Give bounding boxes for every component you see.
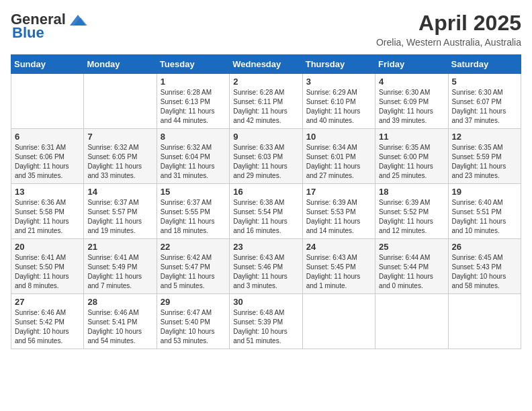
calendar-table: SundayMondayTuesdayWednesdayThursdayFrid… [11, 54, 521, 349]
day-info: Sunrise: 6:29 AMSunset: 6:10 PMDaylight:… [306, 88, 371, 126]
day-info: Sunrise: 6:32 AMSunset: 6:05 PMDaylight:… [87, 143, 152, 181]
day-info: Sunrise: 6:32 AMSunset: 6:04 PMDaylight:… [161, 143, 226, 181]
day-number: 11 [379, 132, 444, 142]
day-info: Sunrise: 6:35 AMSunset: 5:59 PMDaylight:… [452, 143, 517, 181]
day-number: 13 [15, 187, 80, 197]
month-title: April 2025 [376, 11, 521, 36]
calendar-cell: 24Sunrise: 6:43 AMSunset: 5:45 PMDayligh… [302, 239, 375, 294]
calendar-week-5: 27Sunrise: 6:46 AMSunset: 5:42 PMDayligh… [11, 294, 521, 349]
calendar-cell [448, 294, 521, 349]
calendar-week-3: 13Sunrise: 6:36 AMSunset: 5:58 PMDayligh… [11, 184, 521, 239]
day-info: Sunrise: 6:46 AMSunset: 5:41 PMDaylight:… [87, 308, 152, 346]
day-info: Sunrise: 6:30 AMSunset: 6:09 PMDaylight:… [379, 88, 444, 126]
col-header-tuesday: Tuesday [157, 55, 229, 74]
day-info: Sunrise: 6:33 AMSunset: 6:03 PMDaylight:… [233, 143, 298, 181]
calendar-week-1: 1Sunrise: 6:28 AMSunset: 6:13 PMDaylight… [11, 74, 521, 129]
calendar-cell: 22Sunrise: 6:42 AMSunset: 5:47 PMDayligh… [157, 239, 229, 294]
day-info: Sunrise: 6:39 AMSunset: 5:52 PMDaylight:… [379, 198, 444, 236]
col-header-saturday: Saturday [448, 55, 521, 74]
page-header: General Blue April 2025 Orelia, Western … [11, 11, 521, 48]
day-number: 17 [306, 187, 371, 197]
day-number: 2 [233, 77, 298, 87]
day-number: 20 [15, 242, 80, 252]
day-number: 21 [87, 242, 152, 252]
day-info: Sunrise: 6:35 AMSunset: 6:00 PMDaylight:… [379, 143, 444, 181]
calendar-cell: 2Sunrise: 6:28 AMSunset: 6:11 PMDaylight… [230, 74, 302, 129]
day-info: Sunrise: 6:42 AMSunset: 5:47 PMDaylight:… [161, 253, 226, 291]
day-info: Sunrise: 6:46 AMSunset: 5:42 PMDaylight:… [15, 308, 80, 346]
calendar-cell: 17Sunrise: 6:39 AMSunset: 5:53 PMDayligh… [302, 184, 375, 239]
day-info: Sunrise: 6:47 AMSunset: 5:40 PMDaylight:… [161, 308, 226, 346]
calendar-cell: 16Sunrise: 6:38 AMSunset: 5:54 PMDayligh… [230, 184, 302, 239]
col-header-wednesday: Wednesday [230, 55, 302, 74]
calendar-cell [302, 294, 375, 349]
day-info: Sunrise: 6:40 AMSunset: 5:51 PMDaylight:… [452, 198, 517, 236]
calendar-cell: 18Sunrise: 6:39 AMSunset: 5:52 PMDayligh… [375, 184, 448, 239]
calendar-week-4: 20Sunrise: 6:41 AMSunset: 5:50 PMDayligh… [11, 239, 521, 294]
day-number: 12 [452, 132, 517, 142]
day-number: 15 [161, 187, 226, 197]
calendar-cell: 7Sunrise: 6:32 AMSunset: 6:05 PMDaylight… [84, 129, 157, 184]
day-number: 6 [15, 132, 80, 142]
calendar-cell: 5Sunrise: 6:30 AMSunset: 6:07 PMDaylight… [448, 74, 521, 129]
day-number: 27 [15, 297, 80, 307]
day-number: 30 [233, 297, 298, 307]
day-number: 18 [379, 187, 444, 197]
day-info: Sunrise: 6:43 AMSunset: 5:45 PMDaylight:… [306, 253, 371, 291]
calendar-cell: 21Sunrise: 6:41 AMSunset: 5:49 PMDayligh… [84, 239, 157, 294]
calendar-cell: 20Sunrise: 6:41 AMSunset: 5:50 PMDayligh… [11, 239, 84, 294]
calendar-cell: 26Sunrise: 6:45 AMSunset: 5:43 PMDayligh… [448, 239, 521, 294]
day-info: Sunrise: 6:37 AMSunset: 5:57 PMDaylight:… [87, 198, 152, 236]
calendar-header-row: SundayMondayTuesdayWednesdayThursdayFrid… [11, 55, 521, 74]
day-info: Sunrise: 6:44 AMSunset: 5:44 PMDaylight:… [379, 253, 444, 291]
col-header-sunday: Sunday [11, 55, 84, 74]
calendar-cell: 15Sunrise: 6:37 AMSunset: 5:55 PMDayligh… [157, 184, 229, 239]
calendar-cell [375, 294, 448, 349]
calendar-cell: 30Sunrise: 6:48 AMSunset: 5:39 PMDayligh… [230, 294, 302, 349]
day-number: 29 [161, 297, 226, 307]
day-number: 4 [379, 77, 444, 87]
day-number: 26 [452, 242, 517, 252]
day-info: Sunrise: 6:28 AMSunset: 6:11 PMDaylight:… [233, 88, 298, 126]
day-info: Sunrise: 6:34 AMSunset: 6:01 PMDaylight:… [306, 143, 371, 181]
location-title: Orelia, Western Australia, Australia [376, 37, 521, 48]
calendar-cell: 1Sunrise: 6:28 AMSunset: 6:13 PMDaylight… [157, 74, 229, 129]
day-number: 9 [233, 132, 298, 142]
calendar-cell [11, 74, 84, 129]
day-number: 22 [161, 242, 226, 252]
calendar-cell: 6Sunrise: 6:31 AMSunset: 6:06 PMDaylight… [11, 129, 84, 184]
day-number: 25 [379, 242, 444, 252]
calendar-cell: 23Sunrise: 6:43 AMSunset: 5:46 PMDayligh… [230, 239, 302, 294]
calendar-cell: 19Sunrise: 6:40 AMSunset: 5:51 PMDayligh… [448, 184, 521, 239]
calendar-cell: 10Sunrise: 6:34 AMSunset: 6:01 PMDayligh… [302, 129, 375, 184]
calendar-cell: 13Sunrise: 6:36 AMSunset: 5:58 PMDayligh… [11, 184, 84, 239]
day-info: Sunrise: 6:45 AMSunset: 5:43 PMDaylight:… [452, 253, 517, 291]
calendar-cell: 27Sunrise: 6:46 AMSunset: 5:42 PMDayligh… [11, 294, 84, 349]
col-header-monday: Monday [84, 55, 157, 74]
day-number: 3 [306, 77, 371, 87]
col-header-thursday: Thursday [302, 55, 375, 74]
calendar-cell: 4Sunrise: 6:30 AMSunset: 6:09 PMDaylight… [375, 74, 448, 129]
logo: General Blue [11, 11, 87, 42]
calendar-cell: 25Sunrise: 6:44 AMSunset: 5:44 PMDayligh… [375, 239, 448, 294]
col-header-friday: Friday [375, 55, 448, 74]
calendar-cell [84, 74, 157, 129]
calendar-cell: 9Sunrise: 6:33 AMSunset: 6:03 PMDaylight… [230, 129, 302, 184]
day-info: Sunrise: 6:39 AMSunset: 5:53 PMDaylight:… [306, 198, 371, 236]
day-number: 5 [452, 77, 517, 87]
day-info: Sunrise: 6:30 AMSunset: 6:07 PMDaylight:… [452, 88, 517, 126]
day-info: Sunrise: 6:28 AMSunset: 6:13 PMDaylight:… [161, 88, 226, 126]
day-number: 28 [87, 297, 152, 307]
calendar-cell: 11Sunrise: 6:35 AMSunset: 6:00 PMDayligh… [375, 129, 448, 184]
day-number: 1 [161, 77, 226, 87]
day-number: 8 [161, 132, 226, 142]
day-info: Sunrise: 6:41 AMSunset: 5:49 PMDaylight:… [87, 253, 152, 291]
calendar-cell: 3Sunrise: 6:29 AMSunset: 6:10 PMDaylight… [302, 74, 375, 129]
day-number: 7 [87, 132, 152, 142]
day-number: 10 [306, 132, 371, 142]
title-block: April 2025 Orelia, Western Australia, Au… [376, 11, 521, 48]
calendar-cell: 14Sunrise: 6:37 AMSunset: 5:57 PMDayligh… [84, 184, 157, 239]
day-number: 23 [233, 242, 298, 252]
logo-icon [69, 12, 87, 27]
day-info: Sunrise: 6:43 AMSunset: 5:46 PMDaylight:… [233, 253, 298, 291]
